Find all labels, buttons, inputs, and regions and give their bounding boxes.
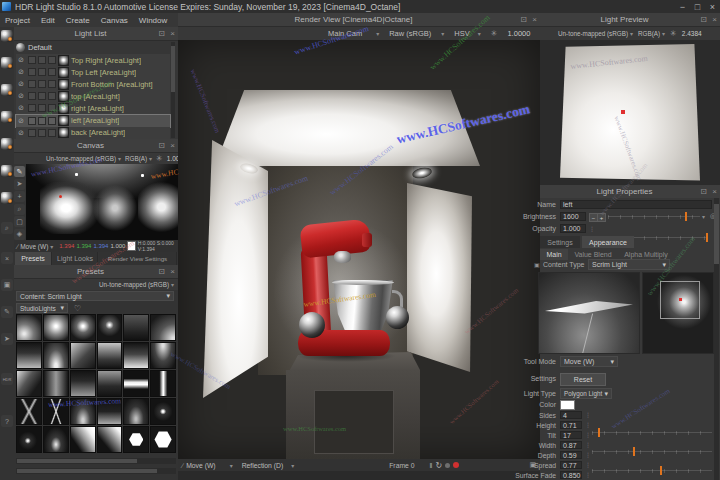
preset-thumbnail[interactable] <box>43 370 69 397</box>
preset-thumbnail[interactable] <box>16 342 42 369</box>
preset-thumbnail[interactable] <box>16 314 42 341</box>
light-flag-checkbox[interactable] <box>38 92 46 100</box>
canvas-pin-icon[interactable]: ⊡ <box>156 141 167 150</box>
clear-tool[interactable]: × <box>1 252 13 264</box>
canvas-transform-tool[interactable]: ◈ <box>14 229 25 240</box>
light-preview-image[interactable] <box>540 40 720 185</box>
light-alpha-thumbnail[interactable] <box>642 272 714 354</box>
light-list-close-icon[interactable]: × <box>167 29 178 38</box>
render-mode-dropdown[interactable]: Reflection (D)▾ <box>242 462 295 469</box>
param-field-sides[interactable]: 4 <box>560 411 582 419</box>
brightness-slider[interactable] <box>608 212 700 221</box>
duplicate-tool[interactable]: ▣ <box>1 279 13 291</box>
paint-tool-strip[interactable]: ✎ <box>1 306 13 318</box>
close-button[interactable]: × <box>705 2 720 12</box>
preset-thumbnail[interactable] <box>70 314 96 341</box>
light-list-item[interactable]: ⊘Front Bottom [AreaLight] <box>16 78 170 90</box>
tab-settings[interactable]: Settings <box>540 236 580 248</box>
color-swatch[interactable] <box>560 400 575 410</box>
tab-appearance[interactable]: Appearance <box>582 236 634 248</box>
presets-content-dropdown[interactable]: Content: Scrim Light▾ <box>16 291 174 301</box>
canvas-close-icon[interactable]: × <box>167 141 178 150</box>
tab-light-looks[interactable]: Light Looks <box>53 252 98 265</box>
preview-exposure-value[interactable]: 2.4384 <box>682 30 702 37</box>
preset-thumbnail[interactable] <box>97 426 123 453</box>
light-flag-checkbox[interactable] <box>28 117 36 125</box>
opacity-field[interactable]: 1.000 <box>560 224 586 233</box>
light-power-icon[interactable]: ⊘ <box>18 129 26 137</box>
param-field-depth[interactable]: 0.59 <box>560 451 582 459</box>
light-flag-checkbox[interactable] <box>38 80 46 88</box>
light-flag-checkbox[interactable] <box>28 80 36 88</box>
create-fill-light-tool[interactable] <box>1 111 13 123</box>
preset-thumbnail[interactable] <box>97 314 123 341</box>
light-list-pin-icon[interactable]: ⊡ <box>156 29 167 38</box>
canvas-tool-dropdown[interactable]: Move (W)▾ <box>20 243 53 250</box>
reset-button[interactable]: Reset <box>560 373 606 386</box>
minimize-button[interactable]: − <box>675 2 690 12</box>
preset-thumbnail[interactable] <box>123 314 149 341</box>
render-camera-dropdown[interactable]: Main Cam▾ <box>328 29 379 38</box>
canvas-select-tool[interactable]: ➤ <box>14 179 25 190</box>
param-spinner[interactable]: ⋮ <box>585 421 590 428</box>
canvas-channel-dropdown[interactable]: RGB(A)▾ <box>125 155 152 162</box>
pause-icon[interactable]: ‖ <box>430 462 433 469</box>
light-flag-checkbox[interactable] <box>28 92 36 100</box>
render-viewport[interactable] <box>178 40 540 459</box>
presets-scrollbar-2[interactable] <box>16 468 176 474</box>
light-flag-checkbox[interactable] <box>48 117 56 125</box>
preset-thumbnail[interactable] <box>150 342 176 369</box>
canvas-gear-icon[interactable]: ✳ <box>156 154 163 163</box>
light-flag-checkbox[interactable] <box>28 104 36 112</box>
preset-thumbnail[interactable] <box>150 370 176 397</box>
preview-tonemap-dropdown[interactable]: Un-tone-mapped (sRGB)▾ <box>558 30 633 37</box>
select-tool-strip[interactable]: ➤ <box>1 333 13 345</box>
param-field-spread[interactable]: 0.77 <box>560 461 582 469</box>
presets-tonemap-dropdown[interactable]: Un-tone-mapped (sRGB)▾ <box>99 281 174 288</box>
preset-thumbnail[interactable] <box>16 398 42 425</box>
param-field-height[interactable]: 0.71 <box>560 421 582 429</box>
light-flag-checkbox[interactable] <box>48 68 56 76</box>
param-slider-height[interactable] <box>592 447 712 456</box>
hdr-badge[interactable]: HDR <box>1 373 13 385</box>
light-preview-pin-icon[interactable]: ⊡ <box>698 15 709 24</box>
light-group-row[interactable]: Default <box>16 42 52 53</box>
light-power-icon[interactable]: ⊘ <box>18 68 26 76</box>
inspect-tool[interactable]: ⌕ <box>1 222 13 234</box>
create-top-light-tool[interactable] <box>1 57 13 69</box>
param-spinner[interactable]: ⋮ <box>585 441 590 448</box>
light-list-item[interactable]: ⊘back [AreaLight] <box>16 127 170 139</box>
canvas-paint-tool[interactable]: ✎ <box>14 166 25 177</box>
create-area-light-tool[interactable] <box>1 30 13 42</box>
preset-thumbnail[interactable] <box>150 426 176 453</box>
content-type-dropdown[interactable]: Scrim Light▾ <box>588 259 670 270</box>
create-spot-light-tool[interactable] <box>1 84 13 96</box>
render-pick-icon[interactable]: ∕ <box>182 462 183 469</box>
preset-thumbnail[interactable] <box>16 426 42 453</box>
param-field-surface-fade[interactable]: 0.850 <box>560 471 582 479</box>
light-list-item[interactable]: ⊘Top Left [AreaLight] <box>16 66 170 78</box>
light-flag-checkbox[interactable] <box>28 129 36 137</box>
name-field[interactable]: left <box>560 200 712 209</box>
preset-thumbnail[interactable] <box>123 370 149 397</box>
subtab-main[interactable]: Main <box>540 249 568 260</box>
light-flag-checkbox[interactable] <box>38 68 46 76</box>
preset-thumbnail[interactable] <box>70 398 96 425</box>
preset-thumbnail[interactable] <box>150 314 176 341</box>
light-properties-pin-icon[interactable]: ⊡ <box>698 187 709 196</box>
light-power-icon[interactable]: ⊘ <box>18 117 26 125</box>
brightness-caret-icon[interactable]: ▾ <box>702 213 705 220</box>
light-power-icon[interactable]: ⊘ <box>18 92 26 100</box>
preset-thumbnail[interactable] <box>16 370 42 397</box>
maximize-button[interactable]: □ <box>690 2 705 12</box>
canvas-image[interactable] <box>26 164 178 240</box>
param-slider-marker[interactable] <box>660 466 662 475</box>
preview-channel-dropdown[interactable]: RGB(A)▾ <box>638 30 665 37</box>
sync-icon[interactable]: ↻ <box>435 461 442 470</box>
light-flag-checkbox[interactable] <box>38 129 46 137</box>
param-slider-sides[interactable] <box>592 428 712 437</box>
preset-thumbnail[interactable] <box>97 370 123 397</box>
help-button[interactable]: ? <box>1 415 13 427</box>
preset-thumbnail[interactable] <box>150 398 176 425</box>
create-gradient-light-tool[interactable] <box>1 165 13 177</box>
